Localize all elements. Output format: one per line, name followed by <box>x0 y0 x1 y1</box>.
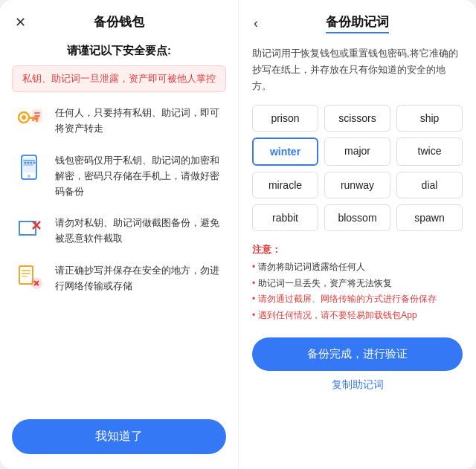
phone-icon <box>12 150 46 184</box>
notes-list: •请勿将助记词透露给任何人•助记词一旦丢失，资产将无法恢复•请勿通过截屏、网络传… <box>252 259 463 323</box>
mnemonic-word-1[interactable]: prison <box>252 105 318 132</box>
notes-title: 注意： <box>252 243 463 256</box>
copy-mnemonic-link[interactable]: 复制助记词 <box>332 378 384 392</box>
svg-rect-22 <box>19 266 33 284</box>
back-button[interactable]: ‹ <box>254 16 258 31</box>
mnemonic-word-4[interactable]: winter <box>252 138 318 166</box>
mnemonic-word-11[interactable]: blossom <box>324 204 390 231</box>
safety-item-phone-text: 钱包密码仅用于私钥、助记词的加密和解密，密码只存储在手机上，请做好密码备份 <box>55 150 226 199</box>
safety-items-list: 任何人，只要持有私钥、助记词，即可将资产转走 钱包 <box>0 103 238 410</box>
safety-item-screenshot-text: 请勿对私钥、助记词做截图备份，避免被恶意软件截取 <box>55 213 226 247</box>
svg-rect-13 <box>23 164 33 166</box>
backup-verify-button[interactable]: 备份完成，进行验证 <box>252 337 463 371</box>
left-header: ✕ 备份钱包 <box>0 0 238 39</box>
notes-section: 注意： •请勿将助记词透露给任何人•助记词一旦丢失，资产将无法恢复•请勿通过截屏… <box>239 240 476 331</box>
bullet-icon: • <box>252 276 255 292</box>
key-icon <box>12 103 46 137</box>
mnemonic-word-grid: prisonscissorsshipwintermajortwicemiracl… <box>239 105 476 240</box>
safety-item-doc-text: 请正确抄写并保存在安全的地方，勿进行网络传输或存储 <box>55 260 226 294</box>
left-bottom: 我知道了 <box>0 410 238 454</box>
mnemonic-word-10[interactable]: rabbit <box>252 204 318 231</box>
doc-icon <box>12 260 46 294</box>
safety-item-key: 任何人，只要持有私钥、助记词，即可将资产转走 <box>12 103 226 137</box>
safety-item-key-text: 任何人，只要持有私钥、助记词，即可将资产转走 <box>55 103 226 137</box>
mnemonic-word-8[interactable]: runway <box>324 172 390 198</box>
warning-banner: 私钥、助记词一旦泄露，资产即可被他人掌控 <box>12 65 226 92</box>
safety-item-screenshot: 请勿对私钥、助记词做截图备份，避免被恶意软件截取 <box>12 213 226 247</box>
svg-rect-8 <box>34 118 38 120</box>
svg-rect-6 <box>34 112 40 114</box>
safety-title: 请谨记以下安全要点: <box>0 39 238 65</box>
svg-point-15 <box>25 162 27 164</box>
right-header: ‹ 备份助记词 <box>239 0 476 42</box>
close-button[interactable]: ✕ <box>15 16 26 29</box>
mnemonic-word-12[interactable]: spawn <box>396 204 463 231</box>
notes-item-1: •请勿将助记词透露给任何人 <box>252 259 463 276</box>
notes-item-4: •遇到任何情况，请不要轻易卸载钱包App <box>252 308 463 324</box>
mnemonic-word-5[interactable]: major <box>324 138 390 166</box>
svg-point-14 <box>28 175 30 178</box>
mnemonic-word-3[interactable]: ship <box>396 105 463 132</box>
svg-point-17 <box>30 162 33 164</box>
bullet-icon: • <box>252 259 255 276</box>
right-panel: ‹ 备份助记词 助记词用于恢复钱包或重置钱包密码,将它准确的抄写在纸上，并存放在… <box>238 0 476 469</box>
left-title: 备份钱包 <box>94 13 144 30</box>
svg-rect-25 <box>22 276 28 277</box>
bullet-icon: • <box>252 291 255 308</box>
left-panel: ✕ 备份钱包 请谨记以下安全要点: 私钥、助记词一旦泄露，资产即可被他人掌控 <box>0 0 238 469</box>
bullet-icon: • <box>252 308 255 324</box>
notes-item-3: •请勿通过截屏、网络传输的方式进行备份保存 <box>252 291 463 308</box>
svg-rect-11 <box>23 160 35 161</box>
mnemonic-word-6[interactable]: twice <box>396 138 463 166</box>
confirm-button[interactable]: 我知道了 <box>12 419 226 454</box>
safety-item-phone: 钱包密码仅用于私钥、助记词的加密和解密，密码只存储在手机上，请做好密码备份 <box>12 150 226 199</box>
right-title: 备份助记词 <box>326 13 389 33</box>
mnemonic-word-2[interactable]: scissors <box>324 105 390 132</box>
mnemonic-word-7[interactable]: miracle <box>252 172 318 198</box>
notes-item-2: •助记词一旦丢失，资产将无法恢复 <box>252 276 463 292</box>
svg-point-18 <box>33 162 36 164</box>
mnemonic-description: 助记词用于恢复钱包或重置钱包密码,将它准确的抄写在纸上，并存放在只有你知道的安全… <box>239 42 476 105</box>
svg-rect-24 <box>22 273 30 274</box>
right-bottom: 备份完成，进行验证 复制助记词 <box>239 331 476 392</box>
screenshot-icon <box>12 213 46 247</box>
svg-point-1 <box>22 115 26 120</box>
mnemonic-word-9[interactable]: dial <box>396 172 463 198</box>
svg-rect-23 <box>22 270 30 271</box>
safety-item-doc: 请正确抄写并保存在安全的地方，勿进行网络传输或存储 <box>12 260 226 294</box>
svg-point-16 <box>28 162 30 164</box>
svg-rect-7 <box>34 115 40 117</box>
